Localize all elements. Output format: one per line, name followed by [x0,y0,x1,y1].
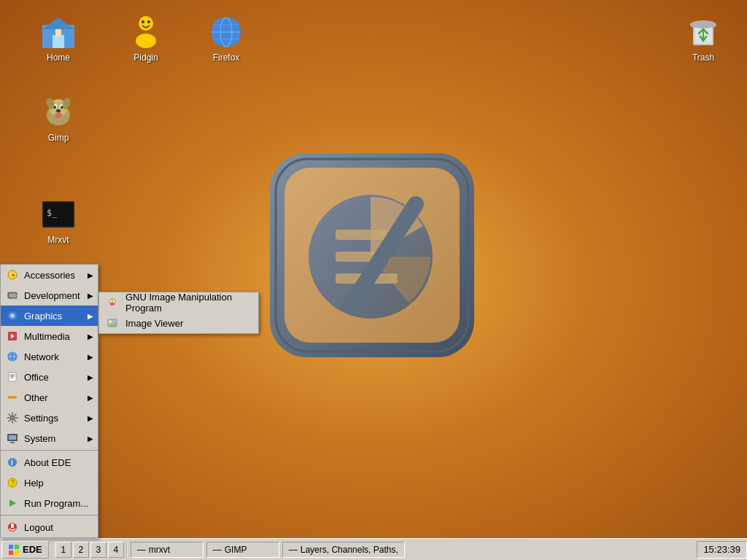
home-icon-label: Home [47,52,70,63]
taskbar-window-gimp[interactable]: — GIMP [206,542,279,558]
svg-point-14 [142,20,144,23]
about-icon: i [5,455,20,470]
start-button[interactable]: EDE [1,541,49,559]
svg-text:i: i [11,459,13,467]
svg-text:$_: $_ [47,208,58,218]
svg-point-74 [109,320,112,323]
svg-rect-11 [55,29,61,36]
svg-marker-9 [42,18,74,29]
svg-point-13 [136,34,156,48]
taskbar-sep-2 [126,541,128,559]
office-icon [5,370,20,384]
taskbar-window-mrxvt-icon: — [137,545,146,555]
accessories-icon: ✦ [5,268,20,282]
menu-item-other[interactable]: Other ▶ [1,387,98,408]
multimedia-icon [5,329,20,343]
mrxvt-icon[interactable]: $_ Mrxvt [29,197,88,245]
svg-text:✦: ✦ [10,271,16,279]
trash-icon-image [686,15,721,50]
svg-point-55 [8,396,11,399]
network-arrow: ▶ [88,353,93,361]
start-label: EDE [23,544,42,555]
accessories-arrow: ▶ [88,271,93,279]
taskbar-window-gimp-label: GIMP [225,545,247,555]
menu-separator-2 [1,515,98,516]
mrxvt-icon-label: Mrxvt [47,235,69,245]
pidgin-icon[interactable]: Pidgin [117,15,175,63]
workspace-1[interactable]: 1 [55,542,71,558]
menu-item-network[interactable]: Network ▶ [1,346,98,367]
development-icon: </> [5,288,20,303]
desktop: Home Pidgin [0,0,747,560]
menu-item-run-program[interactable]: Run Program... [1,493,98,513]
menu-item-logout[interactable]: Logout [1,517,98,537]
svg-rect-51 [9,373,16,381]
svg-rect-60 [9,435,16,440]
svg-text:?: ? [11,479,15,487]
mrxvt-icon-image: $_ [41,197,76,232]
menu-item-settings[interactable]: Settings ▶ [1,408,98,428]
svg-rect-68 [11,524,14,528]
taskbar-window-layers-icon: — [289,545,298,555]
menu-item-multimedia[interactable]: Multimedia ▶ [1,326,98,346]
menu-item-system[interactable]: System ▶ [1,428,98,448]
taskbar-window-layers[interactable]: — Layers, Channels, Paths, [282,542,405,558]
image-viewer-menu-icon [105,316,120,330]
taskbar-window-gimp-icon: — [213,545,222,555]
taskbar: EDE 1 2 3 4 — mrxvt — GIMP — Layers, Cha… [0,538,747,560]
network-icon [5,349,20,364]
trash-icon-label: Trash [692,52,714,63]
firefox-icon-label: Firefox [213,52,240,63]
svg-rect-10 [53,35,64,48]
settings-icon [5,411,20,425]
system-arrow: ▶ [88,435,93,443]
submenu-item-image-viewer[interactable]: Image Viewer [99,313,258,333]
pidgin-icon-image [128,15,163,50]
svg-point-71 [113,300,115,302]
menu-item-help[interactable]: ? Help [1,472,98,493]
taskbar-window-layers-label: Layers, Channels, Paths, [301,545,398,555]
pidgin-icon-label: Pidgin [133,52,158,63]
gimp-icon-image [41,95,76,130]
workspace-2[interactable]: 2 [73,542,89,558]
menu-separator-1 [1,450,98,451]
application-menu: ✦ Accessories ▶ </> Development ▶ Graphi… [0,264,98,538]
menu-item-development[interactable]: </> Development ▶ [1,285,98,306]
svg-point-27 [56,109,61,112]
svg-rect-78 [9,551,13,555]
menu-item-about-ede[interactable]: i About EDE [1,452,98,472]
svg-point-57 [14,396,17,399]
graphics-icon [5,308,20,323]
settings-arrow: ▶ [88,414,93,422]
gimp-icon[interactable]: Gimp [29,95,88,143]
gimp-icon-label: Gimp [48,133,69,143]
ede-logo [263,146,481,365]
office-arrow: ▶ [88,373,93,381]
trash-icon[interactable]: Trash [674,15,732,63]
graphics-arrow: ▶ [88,312,93,320]
menu-item-accessories[interactable]: ✦ Accessories ▶ [1,265,98,285]
svg-marker-66 [9,499,16,507]
home-icon-image [41,15,76,50]
svg-point-70 [110,300,112,302]
taskbar-window-mrxvt[interactable]: — mrxvt [131,542,204,558]
firefox-icon[interactable]: Firefox [197,15,255,63]
taskbar-clock: 15:23:39 [697,541,747,559]
svg-point-72 [110,303,115,306]
taskbar-window-mrxvt-label: mrxvt [149,545,170,555]
svg-rect-77 [15,545,19,549]
svg-point-12 [139,16,153,31]
workspace-3[interactable]: 3 [90,542,107,558]
menu-item-graphics[interactable]: Graphics ▶ [1,306,98,326]
svg-point-56 [11,396,14,399]
svg-point-45 [10,314,15,318]
system-icon [5,431,20,446]
submenu-item-gimp[interactable]: GNU Image Manipulation Program [99,292,258,313]
home-icon[interactable]: Home [29,15,88,63]
menu-item-office[interactable]: Office ▶ [1,367,98,387]
workspace-4[interactable]: 4 [108,542,124,558]
svg-text:</>: </> [9,293,17,298]
svg-rect-61 [10,442,15,443]
run-icon [5,496,20,510]
help-icon: ? [5,475,20,490]
